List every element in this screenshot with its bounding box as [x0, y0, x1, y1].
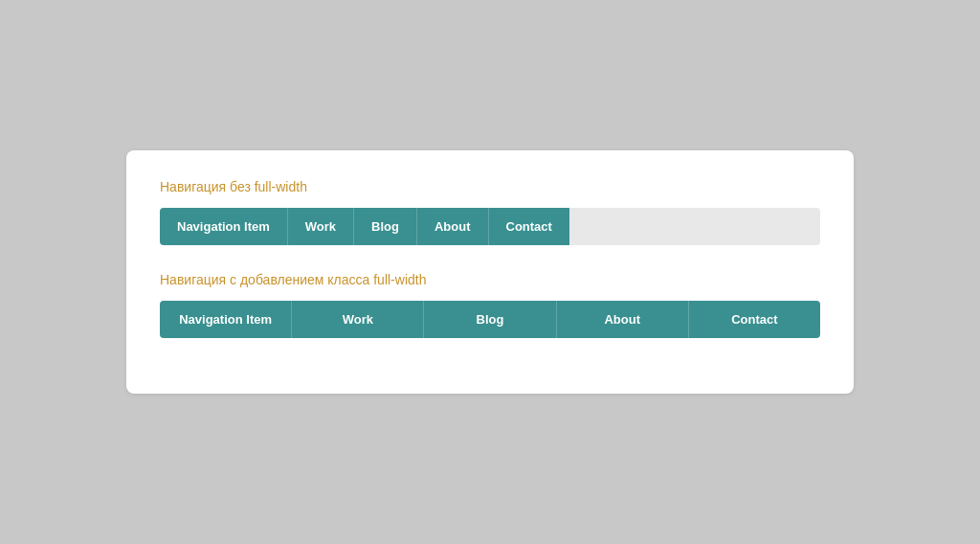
nav-full-item-2[interactable]: Work	[292, 301, 424, 338]
nav-item-5[interactable]: Contact	[489, 208, 569, 245]
section2-label: Навигация с добавлением класса full-widt…	[160, 272, 820, 287]
nav-item-1[interactable]: Navigation Item	[160, 208, 288, 245]
nav-full-item-1[interactable]: Navigation Item	[160, 301, 292, 338]
nav-full-item-3[interactable]: Blog	[424, 301, 556, 338]
section-fullwidth: Навигация с добавлением класса full-widt…	[160, 272, 820, 338]
main-card: Навигация без full-width Navigation Item…	[126, 150, 854, 394]
nav-full-item-5[interactable]: Contact	[689, 301, 820, 338]
section1-label: Навигация без full-width	[160, 179, 820, 194]
nav-item-3[interactable]: Blog	[354, 208, 417, 245]
section-no-fullwidth: Навигация без full-width Navigation Item…	[160, 179, 820, 245]
nav-bar-full: Navigation Item Work Blog About Contact	[160, 301, 820, 338]
nav-item-2[interactable]: Work	[288, 208, 354, 245]
nav-full-item-4[interactable]: About	[557, 301, 689, 338]
nav-item-4[interactable]: About	[417, 208, 489, 245]
nav-bar-partial: Navigation Item Work Blog About Contact	[160, 208, 820, 245]
